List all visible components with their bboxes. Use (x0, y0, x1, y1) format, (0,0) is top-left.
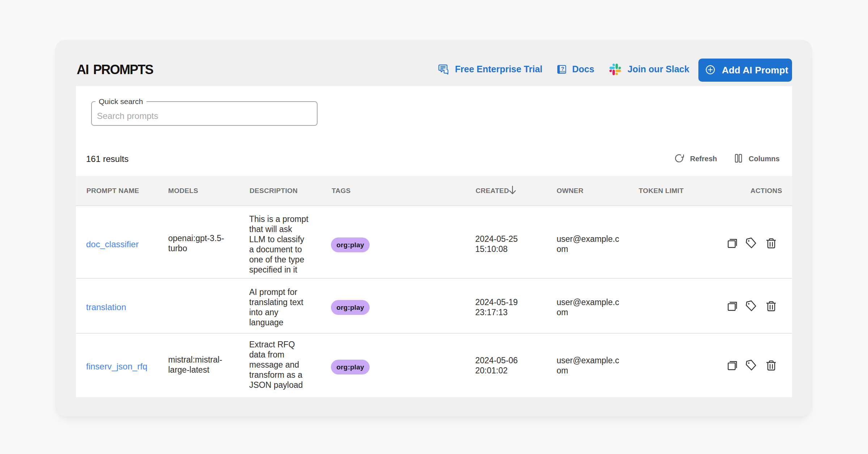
svg-text:?: ? (561, 65, 564, 72)
